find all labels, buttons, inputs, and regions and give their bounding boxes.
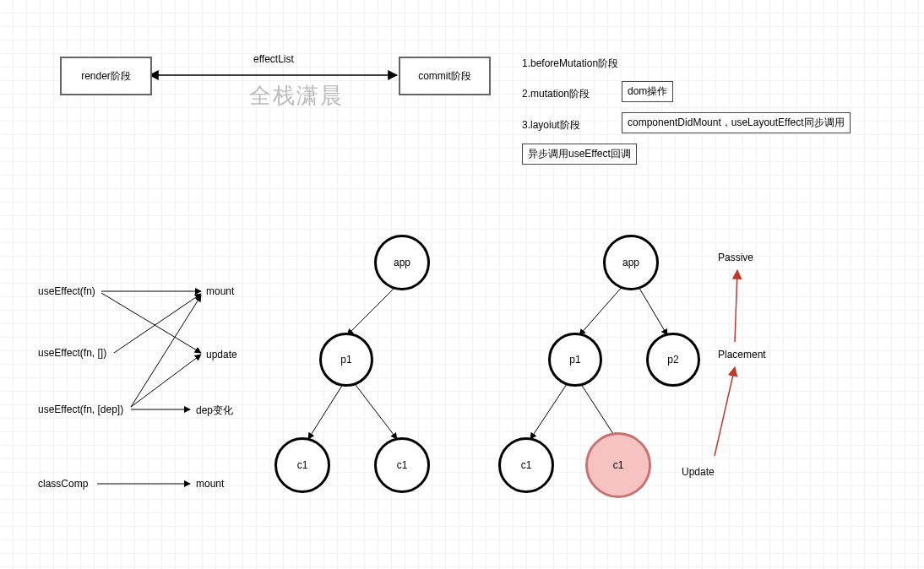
tree2-app-label: app xyxy=(622,257,639,268)
tree1-app-label: app xyxy=(394,257,410,268)
update-tag: Update xyxy=(682,466,715,478)
useeffect-fn-empty-label: useEffect(fn, []) xyxy=(38,347,106,359)
commit-phase-box: commit阶段 xyxy=(399,57,491,95)
render-phase-label: render阶段 xyxy=(81,69,131,84)
mount-label: mount xyxy=(206,285,234,297)
tree2-p1-label: p1 xyxy=(569,354,580,366)
after-commit-note: 异步调用useEffect回调 xyxy=(528,147,631,161)
tree2-p2-node: p2 xyxy=(646,333,700,387)
step-3-note-box: componentDidMount，useLayoutEffect同步调用 xyxy=(622,112,851,133)
tree1-c1-right-node: c1 xyxy=(374,437,430,493)
mount2-label: mount xyxy=(196,478,224,490)
tree1-p1-label: p1 xyxy=(340,354,351,366)
classcomp-label: classComp xyxy=(38,478,88,490)
tree2-p1-node: p1 xyxy=(548,333,602,387)
commit-phase-label: commit阶段 xyxy=(418,69,471,84)
step-3-label: 3.layoiut阶段 xyxy=(522,118,580,133)
diagram-canvas: render阶段 commit阶段 effectList 全栈潇晨 1.befo… xyxy=(0,0,924,569)
dep-change-label: dep变化 xyxy=(196,404,233,418)
tree2-c1-right-label: c1 xyxy=(613,459,624,471)
after-commit-box: 异步调用useEffect回调 xyxy=(522,144,637,165)
tree1-c1-left-label: c1 xyxy=(297,459,308,471)
step-2-note: dom操作 xyxy=(628,84,667,99)
step-1-label: 1.beforeMutation阶段 xyxy=(522,57,618,71)
passive-tag: Passive xyxy=(718,252,753,263)
placement-tag: Placement xyxy=(718,349,766,360)
tree1-p1-node: p1 xyxy=(319,333,373,387)
effect-list-label: effectList xyxy=(253,53,294,65)
tree2-c1-right-node: c1 xyxy=(585,432,651,498)
step-2-note-box: dom操作 xyxy=(622,81,673,102)
tree2-c1-left-node: c1 xyxy=(498,437,554,493)
useeffect-fn-label: useEffect(fn) xyxy=(38,285,95,297)
useeffect-fn-dep-label: useEffect(fn, [dep]) xyxy=(38,404,123,415)
watermark-text: 全栈潇晨 xyxy=(249,81,344,111)
render-phase-box: render阶段 xyxy=(60,57,152,95)
step-2-label: 2.mutation阶段 xyxy=(522,87,590,101)
tree2-c1-left-label: c1 xyxy=(521,459,532,471)
tree2-app-node: app xyxy=(603,235,659,290)
tree1-c1-right-label: c1 xyxy=(397,459,408,471)
tree1-app-node: app xyxy=(374,235,430,290)
step-3-note: componentDidMount，useLayoutEffect同步调用 xyxy=(628,116,845,130)
tree1-c1-left-node: c1 xyxy=(274,437,330,493)
update-label: update xyxy=(206,349,237,360)
tree2-p2-label: p2 xyxy=(667,354,678,366)
